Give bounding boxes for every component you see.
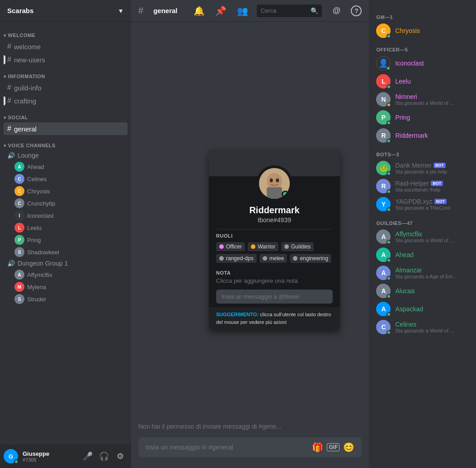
channel-crafting[interactable]: # crafting xyxy=(4,94,127,107)
help-icon[interactable]: ? xyxy=(351,5,362,16)
member-pring[interactable]: P Pring xyxy=(372,108,474,126)
member-avatar: 👤 xyxy=(376,56,391,70)
voice-user-iconoclast[interactable]: I Iconoclast xyxy=(4,210,127,221)
popup-avatar xyxy=(256,165,292,201)
popup-avatar-area: Riddermark tbone#4939 xyxy=(209,158,340,224)
user-profile-popup[interactable]: Riddermark tbone#4939 RUOLI Officer Warr… xyxy=(209,149,340,329)
member-name: Aspackad xyxy=(395,305,423,313)
voice-user-affymcflix[interactable]: A Affymcflix xyxy=(4,269,127,281)
member-info: YAGPDB.xyz BOT Sta giocando a ThisCord xyxy=(395,198,450,211)
category-welcome[interactable]: ▾ WELCOME xyxy=(0,25,131,40)
member-info: Ahead xyxy=(395,251,413,258)
member-aspackad[interactable]: A Aspackad xyxy=(372,300,474,318)
voice-user-leelu[interactable]: L Leelu xyxy=(4,222,127,234)
member-avatar: A xyxy=(376,266,391,280)
mic-button[interactable]: 🎤 xyxy=(80,449,95,463)
member-alucaa[interactable]: A Alucaa xyxy=(372,282,474,300)
members-sidebar: GM—1 C Chryosis OFFICER—5 👤 Iconoclast L… xyxy=(369,0,476,468)
member-ahead[interactable]: A Ahead xyxy=(372,246,474,264)
channel-general[interactable]: # general xyxy=(4,122,127,135)
member-sub: Sta giocando a World of Warc... xyxy=(395,100,458,106)
member-nimneri[interactable]: N Nimneri Sta giocando a World of Warc..… xyxy=(372,90,474,108)
avatar: S xyxy=(14,247,24,257)
member-affymcflix[interactable]: A Affymcflix Sta giocando a World of War… xyxy=(372,228,474,246)
voice-user-strudel[interactable]: S Strudel xyxy=(4,293,127,305)
voice-user-ahead[interactable]: A Ahead xyxy=(4,161,127,173)
role-warrior: Warrior xyxy=(248,242,278,251)
voice-user-crunchytip[interactable]: C Crunchytip xyxy=(4,197,127,209)
popup-tip-label: SUGGERIMENTO: xyxy=(216,312,259,317)
member-avatar: A xyxy=(376,248,391,262)
popup-tip: SUGGERIMENTO: clicca sull'utente col tas… xyxy=(209,307,340,329)
role-guildies: Guildies xyxy=(281,242,314,251)
member-info: Alucaa xyxy=(395,287,415,295)
member-name: Raid-Helper BOT xyxy=(395,180,443,187)
member-info: Aspackad xyxy=(395,305,423,313)
svg-point-4 xyxy=(276,178,279,183)
voice-user-pring[interactable]: P Pring xyxy=(4,234,127,246)
at-icon[interactable]: @ xyxy=(329,4,344,18)
channel-sidebar: Scarabs ▼ ▾ WELCOME # welcome # new-user… xyxy=(0,0,131,468)
member-iconoclast[interactable]: 👤 Iconoclast xyxy=(372,54,474,72)
popup-divider xyxy=(216,229,333,229)
settings-button[interactable]: ⚙ xyxy=(113,449,127,463)
channel-welcome[interactable]: # welcome xyxy=(4,40,127,53)
member-avatar: A xyxy=(376,229,391,244)
server-header[interactable]: Scarabs ▼ xyxy=(0,0,131,22)
emoji-icon[interactable]: 😊 xyxy=(343,442,354,453)
chevron-icon-4: ▾ xyxy=(4,143,6,148)
voice-channel-dungeon[interactable]: 🔊 Dungeon Group 1 xyxy=(4,258,127,268)
voice-user-shadowkeel[interactable]: S Shadowkeel xyxy=(4,246,127,258)
popup-discriminator: tbone#4939 xyxy=(258,216,291,224)
server-chevron: ▼ xyxy=(118,7,124,14)
member-riddermark[interactable]: R Riddermark xyxy=(372,126,474,145)
member-sub: Sta giocando a Age of Empires... xyxy=(395,274,458,279)
role-color-dot xyxy=(263,256,267,261)
member-avatar: P xyxy=(376,110,391,125)
channel-hash-icon: # xyxy=(138,5,143,16)
voice-user-mylena[interactable]: M Mylena xyxy=(4,281,127,293)
gift-icon[interactable]: 🎁 xyxy=(312,442,323,453)
bot-badge-2: BOT xyxy=(431,181,443,186)
member-leelu[interactable]: L Leelu xyxy=(372,72,474,90)
server-name: Scarabs xyxy=(7,7,33,14)
bell-icon[interactable]: 🔔 xyxy=(192,4,206,18)
member-almanzar[interactable]: A Almanzar Sta giocando a Age of Empires… xyxy=(372,264,474,282)
voice-channel-lounge[interactable]: 🔊 Lounge xyxy=(4,150,127,160)
member-name: Nimneri xyxy=(395,93,458,100)
member-chryosis[interactable]: C Chryosis xyxy=(372,22,474,40)
status-dot xyxy=(386,330,391,335)
member-dank-memer[interactable]: 🐸 Dank Memer BOT Sta giocando a pls help xyxy=(372,159,474,177)
pin-icon[interactable]: 📌 xyxy=(213,4,228,18)
member-name: YAGPDB.xyz BOT xyxy=(395,198,450,205)
chat-input-box[interactable]: Invia un messaggio in #general 🎁 GIF 😊 xyxy=(138,437,362,457)
popup-message-input[interactable]: Invia un messaggio a @tbone xyxy=(216,290,333,304)
member-celines[interactable]: C Celines Sta giocando a World of Warc..… xyxy=(372,318,474,336)
no-permission-message: Non hai il permesso di inviare messaggi … xyxy=(131,416,369,437)
member-avatar: L xyxy=(376,74,391,89)
status-dot xyxy=(386,312,391,317)
category-information[interactable]: ▾ INFORMATION xyxy=(0,66,131,81)
chat-input-placeholder: Invia un messaggio in #general xyxy=(146,444,312,451)
channel-guild-info[interactable]: # guild-info xyxy=(4,81,127,94)
channel-new-users[interactable]: # new-users xyxy=(4,53,127,66)
members-icon[interactable]: 👥 xyxy=(235,4,250,18)
category-social[interactable]: ▾ SOCIAL xyxy=(0,108,131,122)
headphones-button[interactable]: 🎧 xyxy=(97,449,111,463)
gif-button[interactable]: GIF xyxy=(327,443,339,451)
current-user-tag: #7305 xyxy=(23,457,79,463)
role-color-dot xyxy=(293,256,297,261)
member-info: Celines Sta giocando a World of Warc... xyxy=(395,321,458,333)
popup-nota-value[interactable]: Clicca per aggiungere una nota xyxy=(209,277,340,290)
voice-user-celines[interactable]: C Celines xyxy=(4,173,127,185)
role-color-dot xyxy=(219,256,224,261)
voice-user-chryosis[interactable]: C Chryosis xyxy=(4,185,127,197)
search-bar[interactable]: Cerca 🔍 xyxy=(257,5,322,17)
category-voice[interactable]: ▾ VOICE CHANNELS xyxy=(0,136,131,150)
user-area: G Giuseppe #7305 🎤 🎧 ⚙ xyxy=(0,445,131,468)
status-dot xyxy=(386,294,391,299)
member-yagpdb[interactable]: Y YAGPDB.xyz BOT Sta giocando a ThisCord xyxy=(372,195,474,213)
hash-icon-4: # xyxy=(7,97,11,105)
channel-list: ▾ WELCOME # welcome # new-users ▾ INFORM… xyxy=(0,22,131,445)
member-raid-helper[interactable]: R Raid-Helper BOT Sta ascoltando !help xyxy=(372,177,474,195)
